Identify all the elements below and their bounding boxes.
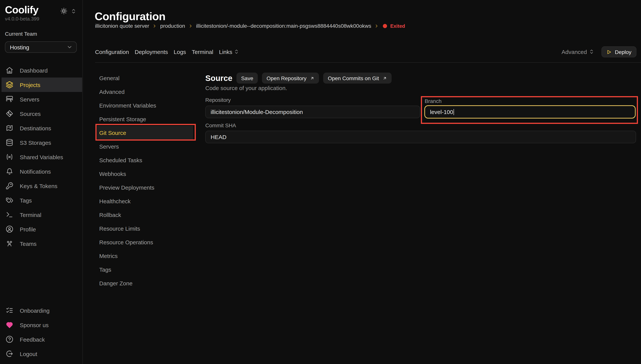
sidebar-item-teams[interactable]: Teams bbox=[2, 236, 82, 251]
subnav-item-preview-deployments[interactable]: Preview Deployments bbox=[97, 180, 193, 194]
branch-label: Branch bbox=[425, 98, 442, 104]
sidebar-item-dashboard[interactable]: Dashboard bbox=[2, 63, 82, 78]
section-title: Source bbox=[205, 74, 232, 83]
database-icon bbox=[6, 139, 13, 146]
play-icon bbox=[606, 49, 612, 54]
source-header-row: Source Save Open Repository Open Commits… bbox=[205, 72, 392, 84]
sidebar: Coolify v4.0.0-beta.399 Current Team Hos… bbox=[0, 0, 83, 364]
sidebar-item-servers[interactable]: Servers bbox=[2, 92, 82, 106]
team-select-value: Hosting bbox=[5, 44, 67, 50]
status-badge: Exited bbox=[390, 23, 405, 29]
breadcrumb: illicitonion quote server production ill… bbox=[95, 22, 405, 29]
open-commits-button[interactable]: Open Commits on Git bbox=[323, 72, 391, 84]
breadcrumb-application[interactable]: illicitestonion/-module--decomposition:m… bbox=[196, 23, 371, 29]
key-icon bbox=[6, 182, 13, 190]
sidebar-item-logout[interactable]: Logout bbox=[2, 346, 82, 361]
checklist-icon bbox=[6, 307, 13, 314]
repository-input[interactable]: illicitestonion/Module-Decomposition bbox=[205, 106, 420, 118]
git-source-icon bbox=[6, 110, 13, 118]
help-circle-icon bbox=[6, 336, 13, 343]
subnav-item-resource-operations[interactable]: Resource Operations bbox=[97, 235, 193, 249]
team-select[interactable]: Hosting bbox=[5, 42, 77, 53]
sidebar-item-feedback[interactable]: Feedback bbox=[2, 332, 82, 346]
sidebar-item-keys-tokens[interactable]: Keys & Tokens bbox=[2, 178, 82, 193]
sidebar-item-onboarding[interactable]: Onboarding bbox=[2, 303, 82, 318]
current-team-label: Current Team bbox=[5, 31, 37, 37]
sidebar-item-sponsor-us[interactable]: Sponsor us bbox=[2, 318, 82, 332]
commit-sha-input[interactable]: HEAD bbox=[205, 131, 636, 143]
tabs-divider bbox=[95, 62, 641, 63]
users-icon bbox=[6, 240, 13, 247]
heart-icon bbox=[6, 321, 13, 329]
chevron-right-icon bbox=[374, 23, 379, 28]
chevron-right-icon bbox=[152, 23, 157, 28]
tab-links[interactable]: Links bbox=[219, 48, 239, 55]
breadcrumb-environment[interactable]: production bbox=[160, 23, 185, 29]
map-icon bbox=[6, 124, 13, 132]
chevron-down-icon bbox=[67, 44, 73, 50]
sidebar-item-notifications[interactable]: Notifications bbox=[2, 164, 82, 178]
commit-sha-label: Commit SHA bbox=[205, 122, 236, 128]
open-repository-button[interactable]: Open Repository bbox=[262, 72, 319, 84]
tab-logs[interactable]: Logs bbox=[174, 48, 186, 55]
sidebar-item-s3-storages[interactable]: S3 Storages bbox=[2, 135, 82, 150]
subnav-item-environment-variables[interactable]: Environment Variables bbox=[97, 98, 193, 112]
logout-icon bbox=[6, 350, 13, 358]
source-description: Code source of your application. bbox=[205, 85, 287, 91]
subnav-item-rollback[interactable]: Rollback bbox=[97, 208, 193, 222]
chevrons-up-down-icon bbox=[71, 8, 77, 14]
terminal-icon bbox=[6, 211, 13, 218]
subnav-item-healthcheck[interactable]: Healthcheck bbox=[97, 194, 193, 208]
bell-icon bbox=[6, 168, 13, 175]
subnav-item-persistent-storage[interactable]: Persistent Storage bbox=[97, 112, 193, 126]
home-icon bbox=[6, 66, 13, 74]
chevrons-up-down-icon bbox=[589, 49, 594, 54]
sun-icon bbox=[60, 7, 68, 15]
tab-configuration[interactable]: Configuration bbox=[95, 48, 129, 55]
page-title: Configuration bbox=[95, 10, 165, 23]
text-cursor bbox=[454, 109, 454, 115]
layers-icon bbox=[6, 81, 13, 88]
theme-select-chevrons[interactable] bbox=[71, 8, 77, 14]
sidebar-footer: Onboarding Sponsor us Feedback Logout bbox=[0, 303, 82, 361]
app-version: v4.0.0-beta.399 bbox=[5, 16, 39, 22]
arrow-up-right-icon bbox=[382, 76, 387, 80]
arrow-up-right-icon bbox=[310, 76, 314, 80]
chevrons-up-down-icon bbox=[234, 49, 239, 54]
sidebar-item-profile[interactable]: Profile bbox=[2, 222, 82, 236]
branch-input[interactable]: level-100 bbox=[424, 105, 636, 118]
user-circle-icon bbox=[6, 225, 13, 233]
subnav-item-tags[interactable]: Tags bbox=[97, 262, 193, 276]
theme-toggle-button[interactable] bbox=[60, 7, 68, 15]
status-dot-icon bbox=[383, 24, 387, 28]
tags-icon bbox=[6, 196, 13, 204]
tab-deployments[interactable]: Deployments bbox=[135, 48, 168, 55]
sidebar-item-shared-variables[interactable]: Shared Variables bbox=[2, 150, 82, 164]
repository-label: Repository bbox=[205, 97, 231, 103]
variable-icon bbox=[6, 153, 13, 161]
server-icon bbox=[6, 95, 13, 103]
subnav-item-git-source[interactable]: Git Source bbox=[97, 126, 193, 140]
subnav-item-servers[interactable]: Servers bbox=[97, 140, 193, 153]
subnav-item-metrics[interactable]: Metrics bbox=[97, 249, 193, 262]
sidebar-item-projects[interactable]: Projects bbox=[2, 78, 82, 92]
sidebar-item-tags[interactable]: Tags bbox=[2, 193, 82, 208]
breadcrumb-project[interactable]: illicitonion quote server bbox=[95, 23, 149, 29]
chevron-right-icon bbox=[188, 23, 193, 28]
sidebar-nav: Dashboard Projects Servers Sources Desti… bbox=[0, 63, 82, 251]
subnav-item-scheduled-tasks[interactable]: Scheduled Tasks bbox=[97, 153, 193, 167]
subnav-item-webhooks[interactable]: Webhooks bbox=[97, 167, 193, 180]
settings-subnav: General Advanced Environment Variables P… bbox=[97, 71, 193, 290]
advanced-dropdown[interactable]: Advanced bbox=[561, 46, 594, 57]
save-button[interactable]: Save bbox=[237, 72, 258, 84]
sidebar-item-terminal[interactable]: Terminal bbox=[2, 208, 82, 222]
tab-terminal[interactable]: Terminal bbox=[192, 48, 213, 55]
subnav-item-resource-limits[interactable]: Resource Limits bbox=[97, 222, 193, 235]
subnav-item-general[interactable]: General bbox=[97, 71, 193, 85]
subnav-item-advanced[interactable]: Advanced bbox=[97, 85, 193, 98]
sidebar-item-destinations[interactable]: Destinations bbox=[2, 121, 82, 135]
app-root: Coolify v4.0.0-beta.399 Current Team Hos… bbox=[0, 0, 641, 364]
sidebar-item-sources[interactable]: Sources bbox=[2, 106, 82, 121]
deploy-button[interactable]: Deploy bbox=[601, 46, 636, 57]
subnav-item-danger-zone[interactable]: Danger Zone bbox=[97, 276, 193, 290]
